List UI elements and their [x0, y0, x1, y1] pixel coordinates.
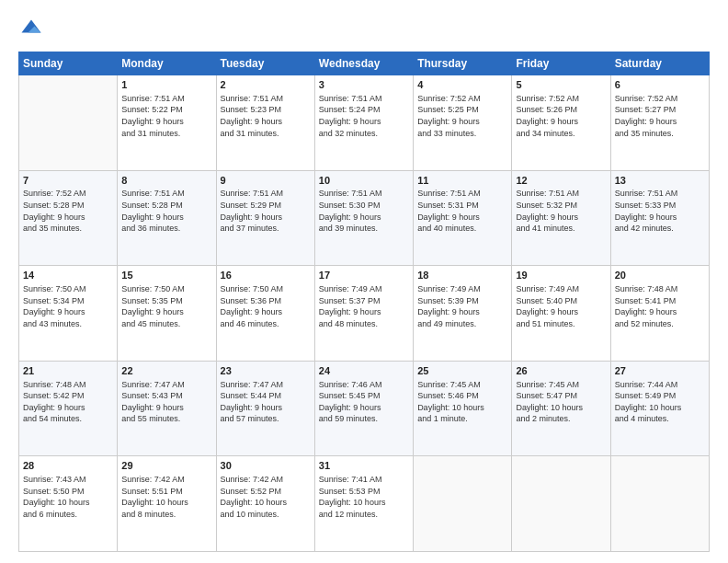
day-number: 5 — [516, 78, 606, 92]
day-info: Sunrise: 7:51 AM Sunset: 5:31 PM Dayligh… — [417, 188, 507, 234]
calendar-cell: 21Sunrise: 7:48 AM Sunset: 5:42 PM Dayli… — [19, 361, 118, 456]
day-info: Sunrise: 7:45 AM Sunset: 5:46 PM Dayligh… — [417, 379, 507, 425]
weekday-header-tuesday: Tuesday — [216, 52, 314, 75]
day-info: Sunrise: 7:51 AM Sunset: 5:33 PM Dayligh… — [615, 188, 705, 234]
calendar-cell — [19, 75, 118, 171]
calendar-cell: 1Sunrise: 7:51 AM Sunset: 5:22 PM Daylig… — [118, 75, 216, 171]
day-number: 29 — [121, 459, 211, 473]
day-number: 15 — [121, 269, 211, 282]
day-info: Sunrise: 7:47 AM Sunset: 5:44 PM Dayligh… — [221, 379, 311, 425]
day-number: 20 — [615, 269, 705, 282]
day-info: Sunrise: 7:51 AM Sunset: 5:32 PM Dayligh… — [516, 188, 606, 234]
day-number: 22 — [121, 364, 211, 378]
day-info: Sunrise: 7:49 AM Sunset: 5:37 PM Dayligh… — [319, 283, 409, 329]
calendar-cell: 14Sunrise: 7:50 AM Sunset: 5:34 PM Dayli… — [19, 266, 118, 362]
day-info: Sunrise: 7:50 AM Sunset: 5:34 PM Dayligh… — [23, 283, 113, 329]
week-row-2: 7Sunrise: 7:52 AM Sunset: 5:28 PM Daylig… — [19, 170, 710, 266]
calendar-cell: 5Sunrise: 7:52 AM Sunset: 5:26 PM Daylig… — [512, 75, 610, 171]
day-number: 1 — [121, 78, 211, 92]
day-info: Sunrise: 7:42 AM Sunset: 5:51 PM Dayligh… — [121, 474, 211, 520]
calendar-cell: 22Sunrise: 7:47 AM Sunset: 5:43 PM Dayli… — [118, 361, 216, 456]
calendar-cell: 6Sunrise: 7:52 AM Sunset: 5:27 PM Daylig… — [610, 75, 709, 171]
day-info: Sunrise: 7:48 AM Sunset: 5:41 PM Dayligh… — [615, 283, 705, 329]
day-number: 7 — [23, 174, 113, 188]
day-number: 9 — [221, 174, 311, 188]
weekday-header-friday: Friday — [512, 52, 610, 75]
day-info: Sunrise: 7:52 AM Sunset: 5:25 PM Dayligh… — [417, 93, 507, 139]
day-info: Sunrise: 7:51 AM Sunset: 5:22 PM Dayligh… — [121, 93, 211, 139]
day-number: 30 — [221, 459, 311, 473]
calendar-cell: 8Sunrise: 7:51 AM Sunset: 5:28 PM Daylig… — [118, 170, 216, 266]
day-number: 17 — [319, 269, 409, 282]
day-number: 10 — [319, 174, 409, 188]
calendar-cell: 31Sunrise: 7:41 AM Sunset: 5:53 PM Dayli… — [314, 456, 413, 552]
day-info: Sunrise: 7:51 AM Sunset: 5:29 PM Dayligh… — [221, 188, 311, 234]
calendar-cell: 23Sunrise: 7:47 AM Sunset: 5:44 PM Dayli… — [216, 361, 314, 456]
calendar-cell: 19Sunrise: 7:49 AM Sunset: 5:40 PM Dayli… — [512, 266, 610, 362]
day-number: 3 — [319, 78, 409, 92]
calendar-cell: 18Sunrise: 7:49 AM Sunset: 5:39 PM Dayli… — [414, 266, 512, 362]
calendar-cell: 25Sunrise: 7:45 AM Sunset: 5:46 PM Dayli… — [414, 361, 512, 456]
day-info: Sunrise: 7:45 AM Sunset: 5:47 PM Dayligh… — [516, 379, 606, 425]
day-number: 4 — [417, 78, 507, 92]
weekday-header-sunday: Sunday — [19, 52, 118, 75]
day-number: 18 — [417, 269, 507, 282]
calendar-cell: 9Sunrise: 7:51 AM Sunset: 5:29 PM Daylig… — [216, 170, 314, 266]
calendar-cell: 11Sunrise: 7:51 AM Sunset: 5:31 PM Dayli… — [414, 170, 512, 266]
day-info: Sunrise: 7:51 AM Sunset: 5:28 PM Dayligh… — [121, 188, 211, 234]
day-number: 24 — [319, 364, 409, 378]
page: SundayMondayTuesdayWednesdayThursdayFrid… — [0, 0, 728, 563]
weekday-header-wednesday: Wednesday — [314, 52, 413, 75]
calendar-cell: 12Sunrise: 7:51 AM Sunset: 5:32 PM Dayli… — [512, 170, 610, 266]
calendar-cell: 26Sunrise: 7:45 AM Sunset: 5:47 PM Dayli… — [512, 361, 610, 456]
calendar-cell: 4Sunrise: 7:52 AM Sunset: 5:25 PM Daylig… — [414, 75, 512, 171]
day-info: Sunrise: 7:46 AM Sunset: 5:45 PM Dayligh… — [319, 379, 409, 425]
calendar-cell: 24Sunrise: 7:46 AM Sunset: 5:45 PM Dayli… — [314, 361, 413, 456]
day-number: 28 — [23, 459, 113, 473]
day-info: Sunrise: 7:50 AM Sunset: 5:35 PM Dayligh… — [121, 283, 211, 329]
day-number: 13 — [615, 174, 705, 188]
weekday-header-thursday: Thursday — [414, 52, 512, 75]
day-number: 8 — [121, 174, 211, 188]
logo — [18, 17, 48, 42]
day-info: Sunrise: 7:44 AM Sunset: 5:49 PM Dayligh… — [615, 379, 705, 425]
day-number: 26 — [516, 364, 606, 378]
calendar-cell: 2Sunrise: 7:51 AM Sunset: 5:23 PM Daylig… — [216, 75, 314, 171]
weekday-header-saturday: Saturday — [610, 52, 709, 75]
day-info: Sunrise: 7:50 AM Sunset: 5:36 PM Dayligh… — [221, 283, 311, 329]
calendar-cell — [610, 456, 709, 552]
day-number: 12 — [516, 174, 606, 188]
day-number: 21 — [23, 364, 113, 378]
day-number: 16 — [221, 269, 311, 282]
calendar-cell: 3Sunrise: 7:51 AM Sunset: 5:24 PM Daylig… — [314, 75, 413, 171]
day-number: 19 — [516, 269, 606, 282]
day-info: Sunrise: 7:43 AM Sunset: 5:50 PM Dayligh… — [23, 474, 113, 520]
calendar-cell: 28Sunrise: 7:43 AM Sunset: 5:50 PM Dayli… — [19, 456, 118, 552]
calendar-cell: 7Sunrise: 7:52 AM Sunset: 5:28 PM Daylig… — [19, 170, 118, 266]
day-number: 25 — [417, 364, 507, 378]
week-row-4: 21Sunrise: 7:48 AM Sunset: 5:42 PM Dayli… — [19, 361, 710, 456]
calendar-cell — [512, 456, 610, 552]
calendar-cell: 27Sunrise: 7:44 AM Sunset: 5:49 PM Dayli… — [610, 361, 709, 456]
day-info: Sunrise: 7:41 AM Sunset: 5:53 PM Dayligh… — [319, 474, 409, 520]
day-number: 14 — [23, 269, 113, 282]
day-info: Sunrise: 7:47 AM Sunset: 5:43 PM Dayligh… — [121, 379, 211, 425]
day-info: Sunrise: 7:49 AM Sunset: 5:39 PM Dayligh… — [417, 283, 507, 329]
day-info: Sunrise: 7:51 AM Sunset: 5:23 PM Dayligh… — [221, 93, 311, 139]
week-row-3: 14Sunrise: 7:50 AM Sunset: 5:34 PM Dayli… — [19, 266, 710, 362]
day-info: Sunrise: 7:52 AM Sunset: 5:27 PM Dayligh… — [615, 93, 705, 139]
day-number: 2 — [221, 78, 311, 92]
calendar-cell: 15Sunrise: 7:50 AM Sunset: 5:35 PM Dayli… — [118, 266, 216, 362]
weekday-header-monday: Monday — [118, 52, 216, 75]
day-info: Sunrise: 7:52 AM Sunset: 5:26 PM Dayligh… — [516, 93, 606, 139]
day-number: 6 — [615, 78, 705, 92]
calendar-cell: 10Sunrise: 7:51 AM Sunset: 5:30 PM Dayli… — [314, 170, 413, 266]
calendar-cell: 13Sunrise: 7:51 AM Sunset: 5:33 PM Dayli… — [610, 170, 709, 266]
calendar-cell: 16Sunrise: 7:50 AM Sunset: 5:36 PM Dayli… — [216, 266, 314, 362]
calendar-cell — [414, 456, 512, 552]
day-number: 23 — [221, 364, 311, 378]
day-info: Sunrise: 7:48 AM Sunset: 5:42 PM Dayligh… — [23, 379, 113, 425]
calendar-cell: 17Sunrise: 7:49 AM Sunset: 5:37 PM Dayli… — [314, 266, 413, 362]
week-row-5: 28Sunrise: 7:43 AM Sunset: 5:50 PM Dayli… — [19, 456, 710, 552]
day-info: Sunrise: 7:42 AM Sunset: 5:52 PM Dayligh… — [221, 474, 311, 520]
